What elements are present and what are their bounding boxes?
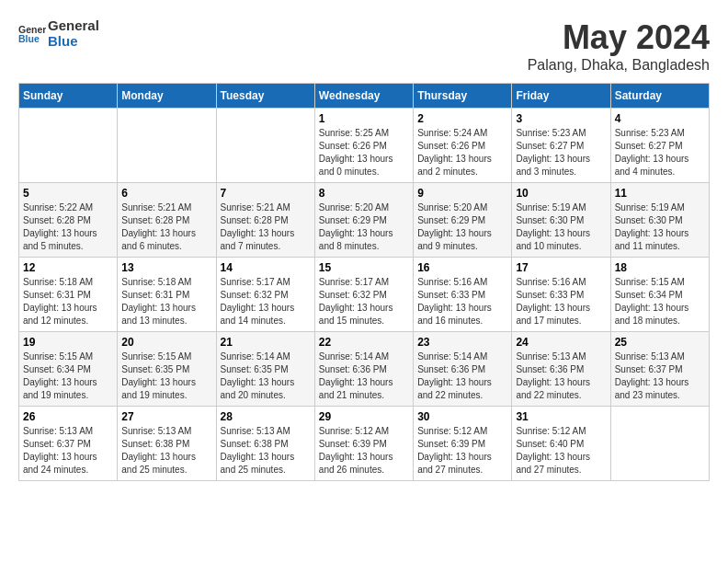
logo-icon: General Blue — [18, 20, 46, 48]
calendar-week-row: 5 Sunrise: 5:22 AMSunset: 6:28 PMDayligh… — [19, 183, 710, 258]
calendar-cell: 26 Sunrise: 5:13 AMSunset: 6:37 PMDaylig… — [19, 407, 118, 481]
day-info: Sunrise: 5:19 AMSunset: 6:30 PMDaylight:… — [615, 201, 705, 253]
calendar-cell: 20 Sunrise: 5:15 AMSunset: 6:35 PMDaylig… — [118, 332, 216, 407]
day-number: 27 — [121, 410, 211, 423]
day-info: Sunrise: 5:18 AMSunset: 6:31 PMDaylight:… — [23, 276, 113, 327]
calendar-cell: 2 Sunrise: 5:24 AMSunset: 6:26 PMDayligh… — [414, 109, 512, 183]
calendar-cell: 3 Sunrise: 5:23 AMSunset: 6:27 PMDayligh… — [512, 109, 610, 183]
day-number: 10 — [516, 187, 606, 200]
day-info: Sunrise: 5:13 AMSunset: 6:38 PMDaylight:… — [121, 425, 211, 477]
day-number: 17 — [516, 261, 606, 274]
weekday-header-sunday: Sunday — [19, 84, 118, 109]
day-number: 18 — [615, 261, 705, 274]
day-number: 20 — [121, 336, 211, 349]
day-number: 22 — [319, 336, 409, 349]
day-number: 29 — [319, 410, 409, 423]
calendar-week-row: 12 Sunrise: 5:18 AMSunset: 6:31 PMDaylig… — [19, 258, 710, 332]
weekday-header-friday: Friday — [512, 84, 610, 109]
weekday-header-saturday: Saturday — [610, 84, 709, 109]
day-number: 28 — [221, 410, 311, 423]
weekday-header-monday: Monday — [118, 84, 216, 109]
calendar-cell: 17 Sunrise: 5:16 AMSunset: 6:33 PMDaylig… — [512, 258, 610, 332]
calendar-cell: 10 Sunrise: 5:19 AMSunset: 6:30 PMDaylig… — [512, 183, 610, 258]
day-number: 21 — [221, 336, 311, 349]
calendar-cell: 1 Sunrise: 5:25 AMSunset: 6:26 PMDayligh… — [314, 109, 413, 183]
calendar-cell — [610, 407, 709, 481]
calendar-cell: 24 Sunrise: 5:13 AMSunset: 6:36 PMDaylig… — [512, 332, 610, 407]
calendar-cell: 31 Sunrise: 5:12 AMSunset: 6:40 PMDaylig… — [512, 407, 610, 481]
calendar-cell — [216, 109, 314, 183]
day-number: 15 — [319, 261, 409, 274]
day-number: 24 — [516, 336, 606, 349]
calendar-cell: 19 Sunrise: 5:15 AMSunset: 6:34 PMDaylig… — [19, 332, 118, 407]
day-number: 7 — [221, 187, 311, 200]
day-info: Sunrise: 5:23 AMSunset: 6:27 PMDaylight:… — [516, 127, 606, 178]
day-info: Sunrise: 5:16 AMSunset: 6:33 PMDaylight:… — [516, 276, 606, 327]
weekday-header-thursday: Thursday — [414, 84, 512, 109]
day-number: 4 — [615, 112, 705, 125]
day-number: 2 — [417, 112, 507, 125]
day-info: Sunrise: 5:12 AMSunset: 6:39 PMDaylight:… — [417, 425, 507, 477]
day-info: Sunrise: 5:19 AMSunset: 6:30 PMDaylight:… — [516, 201, 606, 253]
location: Palang, Dhaka, Bangladesh — [528, 57, 710, 74]
calendar-header-row: SundayMondayTuesdayWednesdayThursdayFrid… — [19, 84, 710, 109]
day-number: 14 — [221, 261, 311, 274]
day-info: Sunrise: 5:15 AMSunset: 6:34 PMDaylight:… — [23, 350, 113, 402]
day-info: Sunrise: 5:21 AMSunset: 6:28 PMDaylight:… — [121, 201, 211, 253]
day-number: 8 — [319, 187, 409, 200]
calendar-week-row: 1 Sunrise: 5:25 AMSunset: 6:26 PMDayligh… — [19, 109, 710, 183]
calendar-cell: 13 Sunrise: 5:18 AMSunset: 6:31 PMDaylig… — [118, 258, 216, 332]
calendar-cell: 8 Sunrise: 5:20 AMSunset: 6:29 PMDayligh… — [314, 183, 413, 258]
day-info: Sunrise: 5:16 AMSunset: 6:33 PMDaylight:… — [417, 276, 507, 327]
calendar-cell: 9 Sunrise: 5:20 AMSunset: 6:29 PMDayligh… — [414, 183, 512, 258]
day-info: Sunrise: 5:13 AMSunset: 6:37 PMDaylight:… — [615, 350, 705, 402]
calendar-cell: 6 Sunrise: 5:21 AMSunset: 6:28 PMDayligh… — [118, 183, 216, 258]
calendar-cell: 11 Sunrise: 5:19 AMSunset: 6:30 PMDaylig… — [610, 183, 709, 258]
weekday-header-wednesday: Wednesday — [314, 84, 413, 109]
day-info: Sunrise: 5:20 AMSunset: 6:29 PMDaylight:… — [319, 201, 409, 253]
day-number: 23 — [417, 336, 507, 349]
day-info: Sunrise: 5:20 AMSunset: 6:29 PMDaylight:… — [417, 201, 507, 253]
logo: General Blue General Blue — [18, 18, 99, 49]
day-number: 1 — [319, 112, 409, 125]
page-header: General Blue General Blue May 2024 Palan… — [18, 18, 710, 74]
logo-general: General — [48, 18, 99, 34]
day-number: 12 — [23, 261, 113, 274]
calendar-cell — [118, 109, 216, 183]
day-number: 19 — [23, 336, 113, 349]
day-info: Sunrise: 5:14 AMSunset: 6:35 PMDaylight:… — [221, 350, 311, 402]
day-number: 11 — [615, 187, 705, 200]
calendar-cell: 25 Sunrise: 5:13 AMSunset: 6:37 PMDaylig… — [610, 332, 709, 407]
calendar-cell: 4 Sunrise: 5:23 AMSunset: 6:27 PMDayligh… — [610, 109, 709, 183]
day-info: Sunrise: 5:25 AMSunset: 6:26 PMDaylight:… — [319, 127, 409, 178]
day-info: Sunrise: 5:15 AMSunset: 6:34 PMDaylight:… — [615, 276, 705, 327]
day-info: Sunrise: 5:14 AMSunset: 6:36 PMDaylight:… — [417, 350, 507, 402]
day-info: Sunrise: 5:17 AMSunset: 6:32 PMDaylight:… — [221, 276, 311, 327]
calendar-cell: 7 Sunrise: 5:21 AMSunset: 6:28 PMDayligh… — [216, 183, 314, 258]
calendar-table: SundayMondayTuesdayWednesdayThursdayFrid… — [18, 83, 710, 481]
logo-blue: Blue — [48, 34, 99, 50]
calendar-week-row: 26 Sunrise: 5:13 AMSunset: 6:37 PMDaylig… — [19, 407, 710, 481]
day-number: 9 — [417, 187, 507, 200]
day-info: Sunrise: 5:21 AMSunset: 6:28 PMDaylight:… — [221, 201, 311, 253]
month-title: May 2024 — [528, 18, 710, 57]
day-number: 13 — [121, 261, 211, 274]
day-info: Sunrise: 5:13 AMSunset: 6:36 PMDaylight:… — [516, 350, 606, 402]
day-info: Sunrise: 5:12 AMSunset: 6:40 PMDaylight:… — [516, 425, 606, 477]
calendar-cell: 12 Sunrise: 5:18 AMSunset: 6:31 PMDaylig… — [19, 258, 118, 332]
day-info: Sunrise: 5:13 AMSunset: 6:38 PMDaylight:… — [221, 425, 311, 477]
calendar-week-row: 19 Sunrise: 5:15 AMSunset: 6:34 PMDaylig… — [19, 332, 710, 407]
day-number: 26 — [23, 410, 113, 423]
day-info: Sunrise: 5:14 AMSunset: 6:36 PMDaylight:… — [319, 350, 409, 402]
day-number: 30 — [417, 410, 507, 423]
day-info: Sunrise: 5:22 AMSunset: 6:28 PMDaylight:… — [23, 201, 113, 253]
day-info: Sunrise: 5:15 AMSunset: 6:35 PMDaylight:… — [121, 350, 211, 402]
day-info: Sunrise: 5:17 AMSunset: 6:32 PMDaylight:… — [319, 276, 409, 327]
day-number: 3 — [516, 112, 606, 125]
weekday-header-tuesday: Tuesday — [216, 84, 314, 109]
day-info: Sunrise: 5:24 AMSunset: 6:26 PMDaylight:… — [417, 127, 507, 178]
calendar-cell — [19, 109, 118, 183]
calendar-body: 1 Sunrise: 5:25 AMSunset: 6:26 PMDayligh… — [19, 109, 710, 481]
day-number: 25 — [615, 336, 705, 349]
calendar-cell: 21 Sunrise: 5:14 AMSunset: 6:35 PMDaylig… — [216, 332, 314, 407]
